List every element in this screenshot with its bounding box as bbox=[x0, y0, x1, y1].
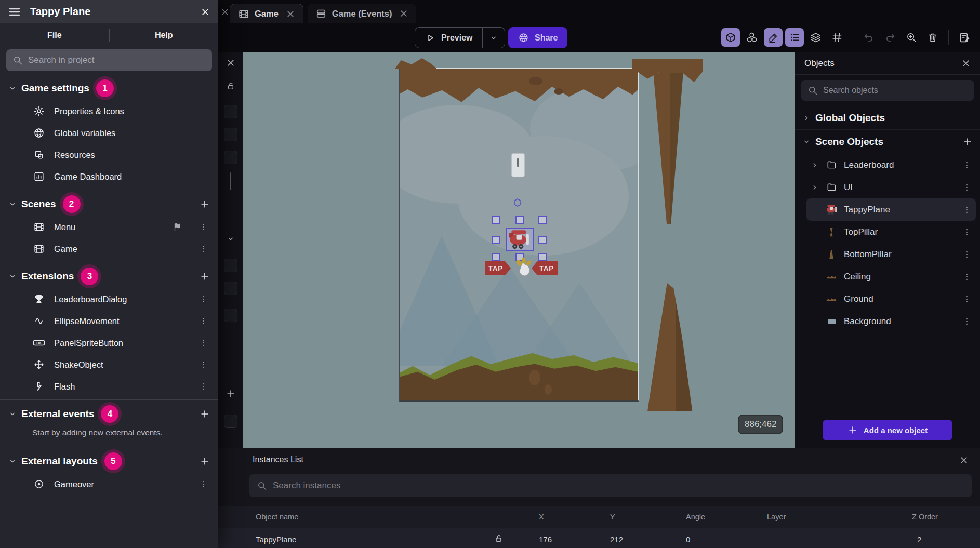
project-search[interactable] bbox=[6, 49, 212, 71]
close-icon[interactable] bbox=[201, 7, 210, 17]
selection-handle[interactable] bbox=[515, 216, 524, 224]
kebab-menu-icon[interactable] bbox=[196, 295, 210, 304]
zoom-in-button[interactable] bbox=[902, 28, 921, 47]
toolbar-button[interactable] bbox=[224, 128, 237, 141]
project-item-leaderboarddialog[interactable]: LeaderboardDialog bbox=[0, 288, 218, 310]
kebab-menu-icon[interactable] bbox=[962, 161, 972, 170]
selection-handle[interactable] bbox=[538, 216, 547, 224]
kebab-menu-icon[interactable] bbox=[196, 244, 210, 253]
bottom-pillar-sprite[interactable] bbox=[647, 283, 694, 411]
hamburger-menu-icon[interactable] bbox=[8, 6, 21, 18]
object-row-ui[interactable]: UI bbox=[806, 176, 976, 198]
tab-close-icon[interactable] bbox=[399, 9, 408, 18]
project-item-ellipsemovement[interactable]: EllipseMovement bbox=[0, 310, 218, 332]
add-button[interactable] bbox=[200, 271, 210, 282]
kebab-menu-icon[interactable] bbox=[196, 222, 210, 232]
kebab-menu-icon[interactable] bbox=[196, 479, 210, 489]
kebab-menu-icon[interactable] bbox=[962, 205, 972, 215]
top-pillar-sprite[interactable] bbox=[650, 73, 687, 224]
boxes-button[interactable] bbox=[743, 28, 761, 47]
project-item-menu[interactable]: Menu bbox=[0, 216, 218, 238]
redo-button[interactable] bbox=[881, 28, 899, 47]
object-row-leaderboard[interactable]: Leaderboard bbox=[806, 154, 976, 176]
project-item-game[interactable]: Game bbox=[0, 238, 218, 260]
object-row-background[interactable]: Background bbox=[806, 310, 976, 332]
kebab-menu-icon[interactable] bbox=[962, 295, 972, 304]
project-item-gameover[interactable]: Gameover bbox=[0, 473, 218, 495]
lock-open-icon[interactable] bbox=[494, 533, 504, 543]
tap-badge[interactable]: TAP bbox=[532, 261, 558, 275]
plus-icon[interactable] bbox=[226, 389, 236, 399]
toolbar-button[interactable] bbox=[224, 259, 237, 272]
selection-handle[interactable] bbox=[492, 216, 500, 224]
kebab-menu-icon[interactable] bbox=[196, 360, 210, 369]
objects-search[interactable] bbox=[801, 80, 974, 101]
toolbar-button[interactable] bbox=[224, 282, 237, 295]
undo-button[interactable] bbox=[859, 28, 878, 47]
add-button[interactable] bbox=[200, 456, 210, 466]
project-item-shakeobject[interactable]: ShakeObject bbox=[0, 354, 218, 376]
tappy-plane-sprite[interactable] bbox=[506, 228, 534, 251]
add-a-new-object-button[interactable]: Add a new object bbox=[823, 420, 952, 440]
kebab-menu-icon[interactable] bbox=[962, 317, 972, 326]
object-row-toppillar[interactable]: TopPillar bbox=[806, 221, 976, 243]
toolbar-button[interactable] bbox=[224, 105, 237, 118]
layers-button[interactable] bbox=[806, 28, 825, 47]
section-header-external-layouts[interactable]: External layouts5 bbox=[0, 449, 218, 473]
preview-options-chevron-icon[interactable] bbox=[483, 34, 505, 42]
tab-game[interactable]: Game bbox=[230, 4, 303, 23]
close-icon[interactable] bbox=[961, 59, 971, 68]
instance-row-tappyplane[interactable]: TappyPlane17621202 bbox=[218, 528, 980, 548]
share-button[interactable]: Share bbox=[508, 27, 567, 48]
instruction-tablet-sprite[interactable] bbox=[511, 153, 525, 177]
scene-objects-header[interactable]: Scene Objects bbox=[795, 130, 980, 154]
project-item-global variables[interactable]: Global variables bbox=[0, 122, 218, 144]
scene-canvas[interactable]: TAP TAP 886;462 bbox=[243, 52, 795, 448]
kebab-menu-icon[interactable] bbox=[962, 272, 972, 282]
object-row-ground[interactable]: Ground bbox=[806, 288, 976, 310]
box3d-button[interactable] bbox=[721, 28, 740, 47]
pencil-button[interactable] bbox=[764, 28, 783, 47]
toolbar-button[interactable] bbox=[224, 151, 237, 164]
kebab-menu-icon[interactable] bbox=[962, 183, 972, 192]
project-item-flash[interactable]: Flash bbox=[0, 376, 218, 397]
project-item-properties & icons[interactable]: Properties & Icons bbox=[0, 100, 218, 122]
properties-list-button[interactable] bbox=[785, 28, 804, 47]
project-item-panelspritebutton[interactable]: OKPanelSpriteButton bbox=[0, 332, 218, 354]
preview-button[interactable]: Preview bbox=[415, 33, 482, 43]
instances-search[interactable] bbox=[249, 474, 972, 497]
kebab-menu-icon[interactable] bbox=[962, 250, 972, 259]
selection-handle[interactable] bbox=[492, 253, 500, 261]
toolbar-button[interactable] bbox=[224, 415, 237, 428]
add-button[interactable] bbox=[200, 409, 210, 419]
object-row-bottompillar[interactable]: BottomPillar bbox=[806, 243, 976, 265]
hidden-tab-close-icon[interactable] bbox=[220, 7, 230, 17]
objects-search-input[interactable] bbox=[823, 86, 968, 95]
tab-close-icon[interactable] bbox=[286, 9, 295, 19]
selection-handle[interactable] bbox=[538, 253, 547, 261]
kebab-menu-icon[interactable] bbox=[196, 316, 210, 326]
kebab-menu-icon[interactable] bbox=[962, 228, 972, 237]
grid-button[interactable] bbox=[828, 28, 846, 47]
project-item-game dashboard[interactable]: Game Dashboard bbox=[0, 166, 218, 188]
section-header-scenes[interactable]: Scenes2 bbox=[0, 192, 218, 216]
project-search-input[interactable] bbox=[28, 55, 206, 65]
section-header-external-events[interactable]: External events4 bbox=[0, 402, 218, 426]
section-header-game-settings[interactable]: Game settings1 bbox=[0, 76, 218, 100]
project-item-resources[interactable]: Resources bbox=[0, 144, 218, 166]
object-row-tappyplane[interactable]: TappyPlane bbox=[806, 198, 976, 221]
global-objects-header[interactable]: Global Objects bbox=[795, 106, 980, 130]
toolbar-button[interactable] bbox=[224, 309, 237, 322]
add-button[interactable] bbox=[200, 199, 210, 209]
trash-button[interactable] bbox=[923, 28, 942, 47]
chevron-down-icon[interactable] bbox=[227, 235, 235, 243]
add-object-plus-icon[interactable] bbox=[962, 137, 973, 147]
selection-handle[interactable] bbox=[538, 236, 547, 244]
close-icon[interactable] bbox=[959, 456, 969, 465]
kebab-menu-icon[interactable] bbox=[196, 382, 210, 391]
instances-search-input[interactable] bbox=[273, 480, 964, 491]
close-icon[interactable] bbox=[226, 58, 235, 68]
file-menu[interactable]: File bbox=[0, 31, 109, 40]
tab-game-events-[interactable]: Game (Events) bbox=[308, 4, 417, 23]
kebab-menu-icon[interactable] bbox=[196, 338, 210, 347]
